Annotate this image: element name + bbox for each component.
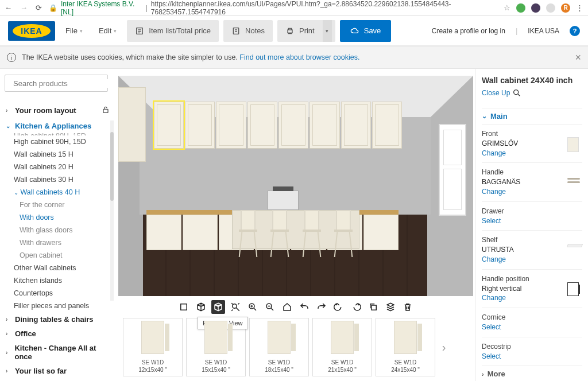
zoom-in-icon[interactable] xyxy=(246,300,260,314)
file-menu[interactable]: File▾ xyxy=(60,23,88,38)
view-front3d-icon[interactable] xyxy=(211,300,225,314)
cat-change-all[interactable]: ›Kitchen - Change All at once xyxy=(5,341,111,364)
address-bar[interactable]: 🔒 Inter IKEA Systems B.V. [NL] | https:/… xyxy=(49,0,497,16)
thumb-item[interactable]: SE W1D21x15x40 " xyxy=(312,318,372,376)
rotate-right-icon[interactable] xyxy=(349,300,363,314)
region-link[interactable]: IKEA USA xyxy=(522,27,565,35)
ikea-logo[interactable]: IKEA xyxy=(8,21,55,41)
ext-icon-3[interactable] xyxy=(546,3,555,13)
subsub-item[interactable]: For the corner xyxy=(18,199,111,211)
change-link[interactable]: Change xyxy=(482,255,514,265)
subsub-item[interactable]: With drawers xyxy=(18,236,111,249)
sub-item[interactable]: High cabinet 90H, 15D xyxy=(13,135,111,148)
view-2d-icon[interactable] xyxy=(177,300,191,314)
save-button[interactable]: Save xyxy=(340,20,392,42)
change-link[interactable]: Change xyxy=(482,187,520,197)
thumb-item[interactable]: SE W1D24x15x40 " xyxy=(376,318,435,376)
forward-icon[interactable]: → xyxy=(20,3,28,12)
change-link[interactable]: Change xyxy=(482,149,518,158)
section-more[interactable]: ›More xyxy=(482,366,582,381)
print-button[interactable]: Print ▾ xyxy=(277,20,335,42)
redo-icon[interactable] xyxy=(315,300,328,314)
scroll-thumb[interactable] xyxy=(110,132,114,201)
zoom-out-icon[interactable] xyxy=(263,300,277,314)
close-icon[interactable]: × xyxy=(575,52,581,64)
sub-item-selected[interactable]: ⌄ Wall cabinets 40 H xyxy=(13,186,111,199)
itemlist-button[interactable]: Item list/Total price xyxy=(127,20,219,42)
subsub-item-selected[interactable]: With doors xyxy=(18,211,111,224)
upper-cabinet[interactable] xyxy=(372,102,402,149)
lower-cabinet[interactable] xyxy=(363,215,399,250)
stool[interactable] xyxy=(333,210,354,258)
upper-cabinet[interactable] xyxy=(247,102,277,149)
sub-item[interactable]: Wall cabinets 20 H xyxy=(13,161,111,173)
rotate-left-icon[interactable] xyxy=(332,300,346,314)
ext-icon-2[interactable] xyxy=(531,3,540,13)
upper-cabinet[interactable] xyxy=(216,102,246,149)
back-icon[interactable]: ← xyxy=(5,3,12,12)
sub-item[interactable]: Wall cabinets 30 H xyxy=(13,173,111,186)
search-input[interactable] xyxy=(13,79,110,88)
door xyxy=(439,124,466,216)
stool[interactable] xyxy=(301,210,322,258)
zoom-fit-icon[interactable] xyxy=(229,300,242,314)
print-dropdown[interactable]: ▾ xyxy=(323,20,332,42)
upper-cabinet[interactable] xyxy=(278,102,308,149)
sub-item[interactable]: Kitchen islands xyxy=(13,274,111,287)
prop-front: FrontGRIMSLÖVChange xyxy=(482,124,582,162)
menu-dots-icon[interactable]: ⋮ xyxy=(576,3,583,12)
cookie-link[interactable]: Find out more about browser cookies. xyxy=(239,53,359,61)
help-icon[interactable]: ? xyxy=(570,26,580,36)
search-box[interactable] xyxy=(5,75,108,92)
select-link[interactable]: Select xyxy=(482,322,505,332)
home-icon[interactable] xyxy=(280,300,294,314)
cert-label: Inter IKEA Systems B.V. [NL] xyxy=(61,0,142,16)
stool[interactable] xyxy=(269,210,290,258)
sub-item[interactable]: High cabinet 80H, 15D xyxy=(13,130,111,135)
upper-cabinet[interactable] xyxy=(185,102,215,149)
prop-cornice: CorniceSelect xyxy=(482,308,582,337)
delete-icon[interactable] xyxy=(401,300,415,314)
reload-icon[interactable]: ⟳ xyxy=(36,3,42,12)
select-link[interactable]: Select xyxy=(482,352,511,361)
lock-icon xyxy=(101,105,110,116)
cat-your-list[interactable]: ›Your list so far xyxy=(5,364,111,378)
ext-icon-4[interactable]: R xyxy=(561,3,570,13)
sub-item[interactable]: Wall cabinets 15 H xyxy=(13,148,111,161)
cat-office[interactable]: ›Office xyxy=(5,326,111,341)
lower-cabinet[interactable] xyxy=(183,215,218,250)
thumb-item[interactable]: SE W1D18x15x40 " xyxy=(249,318,309,376)
sub-item[interactable]: Other Wall cabinets xyxy=(13,262,111,274)
subsub-item[interactable]: With glass doors xyxy=(18,224,111,236)
subsub-item[interactable]: Open cabinet xyxy=(18,249,111,262)
upper-cabinet-selected[interactable] xyxy=(154,102,184,149)
select-link[interactable]: Select xyxy=(482,216,504,226)
upper-cabinet[interactable] xyxy=(341,102,371,149)
edit-menu[interactable]: Edit▾ xyxy=(93,23,122,38)
star-icon[interactable]: ☆ xyxy=(504,3,510,12)
undo-icon[interactable] xyxy=(297,300,311,314)
sub-item[interactable]: Filler pieces and panels xyxy=(13,300,111,312)
ext-icon-1[interactable] xyxy=(516,3,525,13)
lower-cabinet[interactable] xyxy=(146,215,181,250)
notes-button[interactable]: Notes xyxy=(223,20,273,42)
thumb-next-icon[interactable]: › xyxy=(439,341,449,354)
change-link[interactable]: Change xyxy=(482,293,529,303)
stool[interactable] xyxy=(238,210,258,258)
view-3d-icon[interactable] xyxy=(194,300,208,314)
thumb-item[interactable]: SE W1D12x15x40 " xyxy=(123,318,183,376)
upper-cabinet[interactable] xyxy=(310,102,339,149)
copy-icon[interactable] xyxy=(366,300,380,314)
sub-item[interactable]: Countertops xyxy=(13,287,111,300)
profile-link[interactable]: Create a profile or log in xyxy=(426,27,511,35)
3d-viewport[interactable] xyxy=(118,76,473,296)
stove[interactable] xyxy=(268,190,299,210)
scrollbar[interactable] xyxy=(110,120,114,301)
cat-dining[interactable]: ›Dining tables & chairs xyxy=(5,312,111,326)
right-panel: Wall cabinet 24X40 inch Close Up ⌄Main F… xyxy=(475,69,588,381)
cat-room-layout[interactable]: › Your room layout xyxy=(5,102,111,119)
layers-icon[interactable] xyxy=(384,300,397,314)
closeup-link[interactable]: Close Up xyxy=(482,88,582,98)
svg-point-10 xyxy=(514,90,519,95)
section-main[interactable]: ⌄Main xyxy=(482,108,582,124)
